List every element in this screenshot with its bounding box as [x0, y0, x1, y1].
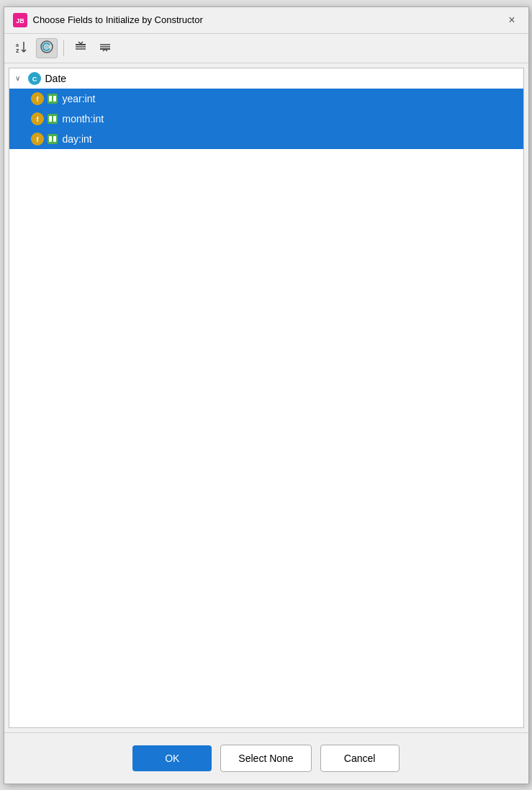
class-icon: C: [28, 72, 41, 85]
dialog: JB Choose Fields to Initialize by Constr…: [4, 6, 529, 784]
field-name-month: month:int: [63, 113, 104, 125]
select-all-button[interactable]: [70, 38, 91, 58]
deselect-all-button[interactable]: [94, 38, 116, 58]
svg-rect-28: [49, 136, 52, 142]
toolbar-separator: [63, 40, 64, 56]
field-type-icon-year: [47, 93, 58, 104]
field-row-day[interactable]: f day:int: [9, 129, 523, 149]
svg-text:JB: JB: [16, 17, 24, 24]
svg-point-6: [45, 45, 49, 49]
field-type-icon-month: [47, 113, 58, 125]
sort-alpha-button[interactable]: a z: [12, 38, 33, 58]
footer: OK Select None Cancel: [4, 732, 528, 784]
app-icon: JB: [13, 13, 27, 27]
field-row-year[interactable]: f year:int: [9, 89, 523, 109]
svg-rect-18: [49, 96, 52, 102]
field-f-icon-year: f: [31, 92, 44, 105]
select-all-icon: [74, 40, 87, 56]
ok-button[interactable]: OK: [132, 745, 212, 771]
svg-text:C: C: [32, 76, 37, 83]
field-type-icon-day: [47, 133, 58, 145]
c-icon: [40, 40, 53, 56]
toolbar: a z: [4, 34, 528, 63]
svg-rect-24: [53, 116, 56, 122]
chevron-icon: ∨: [15, 74, 24, 82]
field-f-icon-day: f: [31, 133, 44, 145]
deselect-all-icon: [99, 40, 112, 56]
svg-rect-23: [49, 116, 52, 122]
svg-text:z: z: [16, 47, 19, 54]
field-row-month[interactable]: f month:int: [9, 109, 523, 129]
c-button[interactable]: [36, 38, 58, 58]
field-name-day: day:int: [63, 133, 92, 145]
svg-rect-29: [53, 136, 56, 142]
select-none-button[interactable]: Select None: [220, 745, 311, 772]
dialog-title: Choose Fields to Initialize by Construct…: [33, 14, 505, 25]
title-bar: JB Choose Fields to Initialize by Constr…: [4, 7, 528, 34]
class-row[interactable]: ∨ C Date: [9, 68, 523, 89]
class-name: Date: [45, 73, 67, 84]
sort-alpha-icon: a z: [15, 40, 30, 57]
svg-rect-19: [53, 96, 56, 102]
close-button[interactable]: ×: [504, 13, 519, 27]
field-name-year: year:int: [63, 93, 96, 104]
field-f-icon-month: f: [31, 112, 44, 125]
field-list[interactable]: ∨ C Date f: [9, 68, 524, 728]
cancel-button[interactable]: Cancel: [320, 745, 400, 772]
